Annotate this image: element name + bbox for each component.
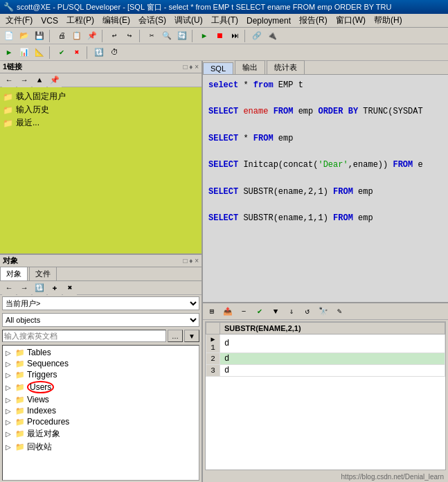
results-refresh-btn[interactable]: ↺ xyxy=(301,305,314,319)
sql-line: SELECT * FROM emp xyxy=(208,132,442,145)
row-value: d xyxy=(220,353,445,365)
row-value: d xyxy=(220,365,445,377)
folder-icon: 📁 xyxy=(15,359,25,368)
search-btn[interactable]: 🔍 xyxy=(160,29,174,43)
obj-tree-item[interactable]: ▷📁Indexes xyxy=(4,405,197,416)
sql-token-kw: FROM xyxy=(333,213,353,223)
menu-item-r[interactable]: 报告(R) xyxy=(295,13,332,28)
auto-refresh-btn[interactable]: ⏱ xyxy=(107,46,121,60)
session-tree-item[interactable]: 📁最近... xyxy=(3,116,199,130)
session-pin[interactable]: 📌 xyxy=(48,73,62,87)
sep3 xyxy=(139,30,142,42)
obj-add[interactable]: ✚ xyxy=(48,281,62,295)
obj-tree-item[interactable]: ▷📁Sequences xyxy=(4,358,197,369)
row-number: ▶ 1 xyxy=(206,334,220,353)
cut-btn[interactable]: ✂ xyxy=(145,29,159,43)
sql-line: SELECT ename FROM emp ORDER BY TRUNC(SYS… xyxy=(208,105,442,118)
table-row[interactable]: 2d xyxy=(206,353,445,365)
obj-tree-item-label: 最近对象 xyxy=(27,428,60,440)
results-pencil-btn[interactable]: ✎ xyxy=(332,305,346,319)
obj-tree-item[interactable]: ▷📁最近对象 xyxy=(4,427,197,440)
obj-refresh[interactable]: 🔃 xyxy=(33,281,46,295)
results-binoculars-btn[interactable]: 🔭 xyxy=(316,305,330,319)
undo-btn[interactable]: ↩ xyxy=(107,29,121,43)
save-btn[interactable]: 💾 xyxy=(33,29,46,43)
open-btn[interactable]: 📂 xyxy=(17,29,31,43)
obj-back[interactable]: ← xyxy=(2,281,16,295)
session-back[interactable]: ← xyxy=(2,73,16,87)
refresh-btn[interactable]: 🔃 xyxy=(92,46,106,60)
sep6 xyxy=(49,46,52,59)
results-check-btn[interactable]: ✔ xyxy=(253,305,267,319)
redo-btn[interactable]: ↪ xyxy=(123,29,136,43)
session-tree-item[interactable]: 📁输入历史 xyxy=(3,103,199,116)
menu-item-deployment[interactable]: Deployment xyxy=(242,15,295,27)
obj-tree-item[interactable]: ▷📁回收站 xyxy=(4,440,197,454)
sql-editor-area: SQL输出统计表 select * from EMP t SELECT enam… xyxy=(203,61,448,303)
disconnect-btn[interactable]: 🔌 xyxy=(265,29,279,43)
obj-tree-item[interactable]: ▷📁Views xyxy=(4,394,197,405)
sql-tab-1[interactable]: 输出 xyxy=(235,60,265,74)
run-btn[interactable]: ▶ xyxy=(197,29,211,43)
objects-type-filter[interactable]: All objects xyxy=(2,313,199,327)
explain-btn[interactable]: 📊 xyxy=(17,46,31,60)
obj-tree-item[interactable]: ▷📁Triggers xyxy=(4,369,197,380)
obj-fwd[interactable]: → xyxy=(17,281,31,295)
objects-tab-0[interactable]: 对象 xyxy=(0,267,28,280)
session-fwd[interactable]: → xyxy=(17,73,31,87)
sql-tab-0[interactable]: SQL xyxy=(203,62,233,74)
execute-sql-btn[interactable]: ▶ xyxy=(2,46,16,60)
commit-btn[interactable]: ✔ xyxy=(55,46,69,60)
menu-item-s[interactable]: 会话(S) xyxy=(134,13,170,28)
results-export-btn[interactable]: 📤 xyxy=(221,305,235,319)
obj-tree-item-label: 回收站 xyxy=(27,441,52,453)
menu-item-f[interactable]: 文件(F) xyxy=(1,13,37,28)
menu-item-e[interactable]: 编辑(E) xyxy=(98,13,134,28)
format-btn[interactable]: 📐 xyxy=(33,46,46,60)
table-row[interactable]: ▶ 1d xyxy=(206,334,445,353)
obj-tree-item[interactable]: ▷📁Tables xyxy=(4,347,197,358)
replace-btn[interactable]: 🔄 xyxy=(175,29,189,43)
sql-editor[interactable]: select * from EMP t SELECT ename FROM em… xyxy=(203,75,448,302)
app-icon: 🔧 xyxy=(3,2,14,12)
menu-item-w[interactable]: 窗口(W) xyxy=(332,13,370,28)
menu-item-t[interactable]: 工具(T) xyxy=(207,13,242,28)
objects-panel: 对象 □ ♦ × 对象文件 ← → 🔃 ✚ ✖ 当前用户> All object… xyxy=(0,255,201,482)
menu-item-p[interactable]: 工程(P) xyxy=(62,13,98,28)
row-value: d xyxy=(220,334,445,353)
table-row[interactable]: 3d xyxy=(206,365,445,377)
menu-item-h[interactable]: 帮助(H) xyxy=(370,13,406,28)
menu-item-u[interactable]: 调试(U) xyxy=(170,13,207,28)
rollback-btn[interactable]: ✖ xyxy=(70,46,84,60)
print-btn[interactable]: 🖨 xyxy=(55,29,69,43)
obj-tree-item[interactable]: ▷📁Users xyxy=(4,380,197,394)
sql-tab-2[interactable]: 统计表 xyxy=(267,60,305,74)
sql-token-plain: emp xyxy=(274,134,294,143)
session-home[interactable]: ▲ xyxy=(33,73,46,87)
objects-tab-1[interactable]: 文件 xyxy=(29,267,57,280)
objects-search-input[interactable] xyxy=(2,330,166,342)
sql-line: select * from EMP t xyxy=(208,79,442,92)
results-down-btn[interactable]: ▼ xyxy=(269,305,283,319)
objects-search-btn[interactable]: … xyxy=(168,330,183,342)
window-title: scott@XE - PL/SQL Developer - [SQL 窗口 - … xyxy=(17,2,391,12)
paste-btn[interactable]: 📌 xyxy=(85,29,99,43)
stop-btn[interactable]: ⏹ xyxy=(213,29,226,43)
copy-btn[interactable]: 📋 xyxy=(70,29,84,43)
session-tree-item-label: 最近... xyxy=(16,117,39,129)
objects-user-filter[interactable]: 当前用户> xyxy=(2,296,199,310)
session-tree-item[interactable]: 📁载入固定用户 xyxy=(3,90,199,103)
objects-filter-btn[interactable]: ▼ xyxy=(184,330,199,342)
results-down2-btn[interactable]: ⇓ xyxy=(285,305,298,319)
obj-remove[interactable]: ✖ xyxy=(63,281,77,295)
menu-item-vcs[interactable]: VCS xyxy=(37,15,62,27)
folder-icon: 📁 xyxy=(15,407,25,416)
results-grid-btn[interactable]: ⊞ xyxy=(205,305,219,319)
step-btn[interactable]: ⏭ xyxy=(228,29,242,43)
obj-tree-item[interactable]: ▷📁Procedures xyxy=(4,416,197,427)
connect-btn[interactable]: 🔗 xyxy=(250,29,264,43)
results-minus-btn[interactable]: − xyxy=(237,305,251,319)
expand-icon: ▷ xyxy=(6,349,14,357)
new-btn[interactable]: 📄 xyxy=(2,29,16,43)
results-toolbar: ⊞ 📤 − ✔ ▼ ⇓ ↺ 🔭 ✎ xyxy=(203,303,448,320)
